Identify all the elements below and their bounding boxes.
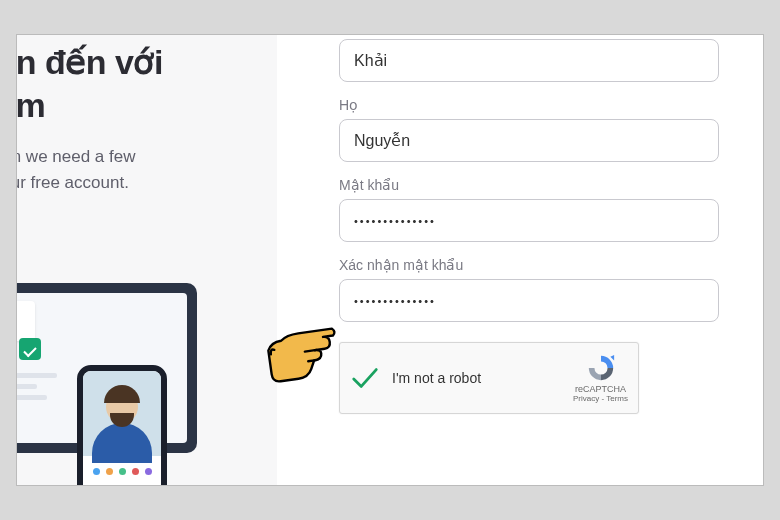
tile-icon [17, 301, 35, 341]
subtitle-line-1: ith Zoom we need a few [17, 147, 135, 166]
svg-marker-0 [610, 355, 614, 361]
left-panel: bạn đến với oom ith Zoom we need a few e… [17, 35, 277, 485]
password-label: Mật khẩu [339, 177, 719, 193]
illustration: 0:55 AM [17, 265, 257, 485]
subtitle-line-2: eate your free account. [17, 173, 129, 192]
app-dots-icon [83, 468, 161, 475]
password-field[interactable] [339, 199, 719, 242]
avatar-icon [83, 371, 161, 456]
page-title: bạn đến với oom [17, 41, 259, 126]
confirm-password-label: Xác nhận mật khẩu [339, 257, 719, 273]
title-line-2: oom [17, 86, 45, 124]
recaptcha-links[interactable]: Privacy - Terms [573, 394, 628, 403]
page-subtitle: ith Zoom we need a few eate your free ac… [17, 144, 259, 197]
signup-form: Họ Mật khẩu Xác nhận mật khẩu I'm not a … [277, 35, 763, 485]
text-lines-icon [17, 373, 57, 406]
recaptcha-text: I'm not a robot [392, 370, 573, 386]
phone-illustration [77, 365, 167, 485]
recaptcha-brand: reCAPTCHA Privacy - Terms [573, 353, 628, 403]
last-name-label: Họ [339, 97, 719, 113]
pointing-hand-icon [261, 317, 343, 389]
confirm-password-field[interactable] [339, 279, 719, 322]
app-frame: bạn đến với oom ith Zoom we need a few e… [16, 34, 764, 486]
recaptcha-widget[interactable]: I'm not a robot reCAPTCHA Privacy - Term… [339, 342, 639, 414]
check-icon [19, 338, 41, 360]
last-name-field[interactable] [339, 119, 719, 162]
recaptcha-logo-icon [586, 353, 616, 383]
title-line-1: bạn đến với [17, 43, 163, 81]
first-name-field[interactable] [339, 39, 719, 82]
recaptcha-brand-text: reCAPTCHA [573, 384, 628, 394]
recaptcha-check-icon [350, 363, 380, 393]
